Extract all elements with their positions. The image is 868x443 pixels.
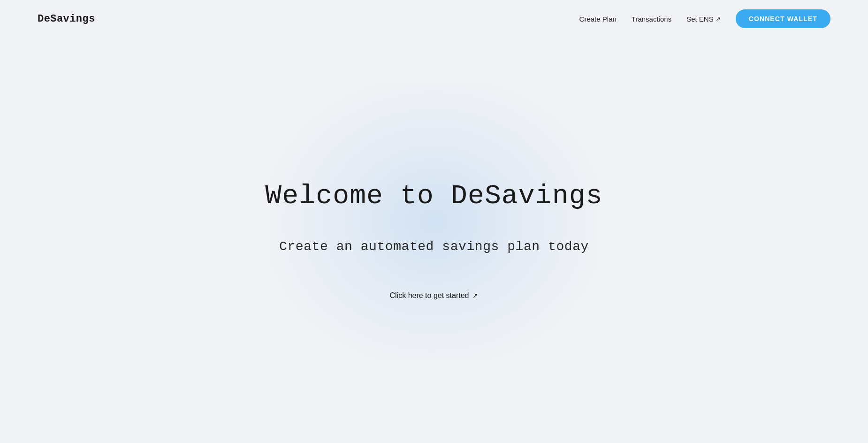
nav-set-ens-label: Set ENS (686, 15, 714, 23)
main-content: Welcome to DeSavings Create an automated… (0, 38, 868, 443)
welcome-title: Welcome to DeSavings (265, 181, 602, 211)
subtitle-text: Create an automated savings plan today (279, 239, 589, 254)
connect-wallet-button[interactable]: CONNECT WALLET (736, 9, 830, 28)
get-started-label: Click here to get started (390, 291, 469, 300)
external-link-icon: ↗ (716, 15, 721, 23)
get-started-external-icon: ↗ (472, 292, 478, 299)
header: DeSavings Create Plan Transactions Set E… (0, 0, 868, 38)
nav-set-ens[interactable]: Set ENS ↗ (686, 15, 721, 23)
nav-create-plan[interactable]: Create Plan (579, 15, 617, 23)
nav-transactions[interactable]: Transactions (632, 15, 671, 23)
main-nav: Create Plan Transactions Set ENS ↗ CONNE… (579, 9, 830, 28)
app-logo: DeSavings (38, 13, 95, 25)
get-started-link[interactable]: Click here to get started ↗ (390, 291, 479, 300)
